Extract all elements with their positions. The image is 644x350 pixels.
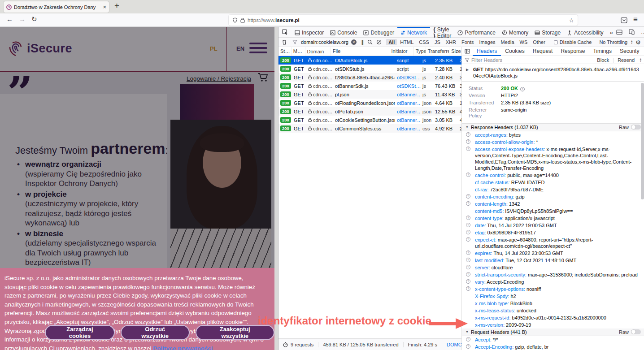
- manage-cookies-button[interactable]: Zarządzaj cookies: [45, 325, 115, 340]
- raw-toggle[interactable]: [631, 125, 641, 130]
- throttling-select[interactable]: No Throttling: [599, 39, 627, 45]
- help-icon[interactable]: ?: [466, 139, 470, 144]
- responsive-mode-icon[interactable]: [629, 29, 635, 35]
- disable-cache-checkbox[interactable]: [554, 40, 558, 44]
- filter-pill[interactable]: WS: [518, 39, 530, 45]
- header-row[interactable]: ? content-length: 1342: [462, 200, 644, 207]
- filter-pill[interactable]: Media: [499, 39, 517, 45]
- browser-tab[interactable]: Doradztwo w Zakresie Ochrony Dany ×: [4, 1, 109, 13]
- filter-pill[interactable]: Fonts: [459, 39, 476, 45]
- help-icon[interactable]: ?: [466, 258, 470, 262]
- raw-toggle[interactable]: [631, 329, 641, 334]
- details-tab[interactable]: Cookies: [501, 47, 528, 56]
- details-tab[interactable]: Request: [529, 47, 557, 56]
- table-row[interactable]: 200 GET cdn.co… otCommonStyles.css otBan…: [278, 124, 461, 133]
- filter-pill[interactable]: HTML: [398, 39, 416, 45]
- help-icon[interactable]: ?: [466, 237, 470, 242]
- filter-pill[interactable]: CSS: [417, 39, 431, 45]
- header-row[interactable]: ? strict-transport-security: max-age=315…: [462, 271, 644, 278]
- filter-headers-input[interactable]: Filter Headers: [471, 57, 502, 63]
- header-row[interactable]: ? Accept-Encoding: gzip, deflate, br: [462, 343, 644, 350]
- response-headers-section[interactable]: ▼ Response Headers (1.037 KB) Raw: [462, 124, 644, 131]
- lock-icon[interactable]: [240, 17, 245, 23]
- table-row[interactable]: 200 GET cdn.co… OtAutoBlock.js script js…: [278, 56, 461, 65]
- header-row[interactable]: ? access-control-allow-origin: *: [462, 138, 644, 146]
- pause-traffic-icon[interactable]: ∥: [361, 39, 364, 45]
- browser-menu-icon[interactable]: ≡: [633, 15, 638, 24]
- block-button[interactable]: Block: [597, 57, 609, 63]
- table-header-row[interactable]: St… M… Domain File Initiator Type Transf…: [278, 47, 461, 56]
- page-scrollbar[interactable]: [274, 27, 278, 350]
- clear-filter-icon[interactable]: ×: [351, 39, 357, 45]
- filter-pill[interactable]: JS: [432, 39, 443, 45]
- header-row[interactable]: ? x-content-type-options: nosniff: [462, 285, 644, 293]
- table-row[interactable]: 200 GET cdn.co… otFloatingRoundedIcon.js…: [278, 99, 461, 107]
- pocket-icon[interactable]: [621, 17, 627, 23]
- header-row[interactable]: ? last-modified: Tue, 12 Oct 2021 14:48:…: [462, 257, 644, 264]
- table-row[interactable]: 200 GET cdn.co… otSDKStub.js script js 7…: [278, 65, 461, 73]
- help-icon[interactable]: ?: [466, 201, 470, 206]
- help-icon[interactable]: ?: [466, 173, 470, 177]
- reload-icon[interactable]: ↻: [31, 15, 37, 23]
- details-tab[interactable]: Timings: [589, 47, 616, 56]
- header-row[interactable]: ? x-ms-request-id: b4952d0e-a01e-0014-21…: [462, 314, 644, 321]
- bookmark-star-icon[interactable]: ☆: [569, 17, 574, 24]
- filter-pill[interactable]: All: [386, 39, 397, 45]
- header-row[interactable]: ? date: Thu, 14 Jul 2022 19:00:53 GMT: [462, 222, 644, 229]
- filter-pill[interactable]: XHR: [444, 39, 458, 45]
- block-request-icon[interactable]: [376, 39, 382, 45]
- help-icon[interactable]: ?: [466, 216, 470, 220]
- details-tab[interactable]: Security: [616, 47, 643, 56]
- table-row[interactable]: 200 GET cdn.co… pl.json otBanner… js 11.…: [278, 90, 461, 99]
- tab-performance[interactable]: Performance: [454, 27, 499, 37]
- help-icon[interactable]: ?: [466, 223, 470, 227]
- header-row[interactable]: ? etag: 0x8D98D8F4F819517: [462, 229, 644, 236]
- header-row[interactable]: ? x-ms-version: 2009-09-19: [462, 321, 644, 328]
- help-icon[interactable]: ?: [466, 337, 470, 341]
- resend-button[interactable]: Resend: [618, 57, 635, 63]
- tab-debugger[interactable]: Debugger: [360, 27, 397, 37]
- help-icon[interactable]: ?: [520, 87, 525, 91]
- table-row[interactable]: 200 GET cdn.co… f2890bc8-88eb-4bac-a266-…: [278, 73, 461, 82]
- help-icon[interactable]: ?: [466, 279, 470, 284]
- request-headers-section[interactable]: ▼ Request Headers (441 B) Raw: [462, 328, 644, 336]
- details-scrollbar[interactable]: [641, 83, 644, 199]
- header-row[interactable]: ? cf-cache-status: REVALIDATED: [462, 179, 644, 186]
- filter-input[interactable]: domain:cookielaw.org: [301, 39, 348, 45]
- shield-icon[interactable]: [232, 17, 238, 23]
- help-icon[interactable]: ?: [466, 230, 470, 234]
- filter-pill[interactable]: Other: [531, 39, 548, 45]
- help-icon[interactable]: ?: [466, 272, 470, 277]
- header-row[interactable]: ? content-encoding: gzip: [462, 193, 644, 200]
- header-row[interactable]: ? expires: Thu, 14 Jul 2022 23:00:53 GMT: [462, 250, 644, 257]
- header-row[interactable]: ? accept-ranges: bytes: [462, 131, 644, 138]
- tab-console[interactable]: Console: [327, 27, 360, 37]
- header-row[interactable]: ? x-ms-lease-status: unlocked: [462, 307, 644, 314]
- header-row[interactable]: ? Accept: */*: [462, 336, 644, 343]
- privacy-policy-link[interactable]: Polityce prywatności: [153, 345, 213, 350]
- url-bar[interactable]: https://www.isecure.pl ☆: [229, 15, 578, 26]
- filter-pill[interactable]: Images: [477, 39, 498, 45]
- tab-style-editor[interactable]: { } Style Editor: [430, 27, 454, 37]
- panel-toggle-icon[interactable]: [465, 49, 470, 54]
- reject-all-button[interactable]: Odrzuć wszystkie: [121, 325, 190, 340]
- header-row[interactable]: ? vary: Accept-Encoding: [462, 278, 644, 285]
- tab-memory[interactable]: Memory: [499, 27, 531, 37]
- new-tab-button[interactable]: +: [114, 1, 119, 11]
- search-icon[interactable]: [367, 39, 373, 45]
- header-row[interactable]: ? content-md5: ISVHQDp8yLpS5h8SniPgIw==: [462, 207, 644, 215]
- help-icon[interactable]: ?: [466, 194, 470, 199]
- help-icon[interactable]: ?: [466, 286, 470, 291]
- details-tab[interactable]: Headers: [473, 47, 501, 56]
- details-tab[interactable]: Response: [557, 47, 589, 56]
- header-row[interactable]: ? content-type: application/x-javascript: [462, 215, 644, 222]
- clear-requests-icon[interactable]: [278, 39, 290, 45]
- header-row[interactable]: ? X-Firefox-Spdy: h2: [462, 293, 644, 300]
- tab-inspector[interactable]: Inspector: [292, 27, 327, 37]
- more-tabs-chevron-icon[interactable]: »: [607, 27, 616, 37]
- table-row[interactable]: 200 GET cdn.co… otBannerSdk.js otSDKSt… …: [278, 82, 461, 90]
- tab-close-icon[interactable]: ×: [103, 4, 106, 10]
- header-row[interactable]: ? cache-control: public, max-age=14400: [462, 172, 644, 179]
- tab-network[interactable]: Network: [397, 27, 430, 37]
- split-console-icon[interactable]: [616, 30, 622, 35]
